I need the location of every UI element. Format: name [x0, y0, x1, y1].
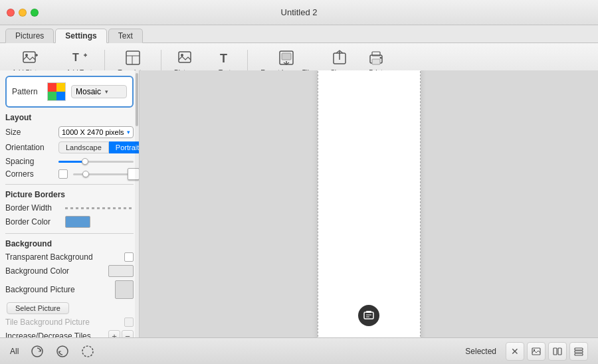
select-picture-row: Select Picture	[5, 302, 134, 314]
print-icon	[366, 48, 386, 68]
layout-title: Layout	[5, 113, 134, 122]
select-picture-button[interactable]: Select Picture	[7, 302, 69, 314]
transparent-bg-checkbox[interactable]	[124, 252, 134, 262]
svg-rect-0	[23, 52, 35, 62]
refresh-icon-3[interactable]	[78, 342, 97, 361]
close-selected-button[interactable]: ✕	[506, 342, 524, 361]
divider-2	[5, 233, 134, 234]
text-icon: T	[215, 48, 235, 68]
refresh-icon-1[interactable]	[28, 342, 47, 361]
pattern-select[interactable]: Mosaic ▾	[71, 85, 127, 98]
picture-borders-title: Picture Borders	[5, 190, 134, 199]
bg-color-row: Background Color	[5, 265, 134, 277]
size-select[interactable]: 1000 X 2470 pixels ▾	[58, 126, 134, 138]
corners-checkbox[interactable]	[58, 169, 68, 179]
share-icon	[330, 48, 349, 68]
canvas-page	[318, 70, 421, 337]
layout-section: Layout Size 1000 X 2470 pixels ▾ Orienta…	[5, 113, 134, 179]
spacing-row: Spacing	[5, 157, 134, 166]
border-width-row: Border Width	[5, 203, 134, 213]
pictures-icon	[176, 48, 196, 68]
increase-button[interactable]: +	[108, 330, 120, 337]
pattern-section: Pattern Mosaic ▾	[5, 76, 134, 108]
svg-rect-22	[364, 312, 373, 319]
bg-color-label: Background Color	[5, 266, 108, 276]
svg-rect-34	[575, 351, 583, 353]
size-arrow: ▾	[127, 129, 130, 136]
tile-bg-checkbox[interactable]	[124, 318, 134, 327]
title-bar: Untitled 2	[0, 0, 598, 25]
add-text-icon: T	[69, 48, 89, 68]
split-selected-button[interactable]	[548, 342, 567, 361]
decrease-button[interactable]: −	[122, 330, 134, 337]
bg-color-swatch[interactable]	[108, 265, 134, 277]
bg-picture-section: Background Picture Select Picture	[5, 280, 134, 314]
sidebar-scrollbar-thumb[interactable]	[136, 73, 138, 126]
transparent-bg-label: Transparent Background	[5, 252, 124, 262]
transparent-bg-row: Transparent Background	[5, 252, 134, 262]
svg-point-28	[82, 346, 93, 357]
all-label: All	[10, 347, 19, 356]
inc-dec-label: Increase/Decrease Tiles	[5, 331, 108, 337]
inc-dec-row: Increase/Decrease Tiles + −	[5, 330, 134, 337]
pattern-label: Pattern	[12, 87, 42, 96]
orientation-label: Orientation	[5, 143, 58, 152]
sidebar: Pattern Mosaic ▾ Layout Size 1000 X 2470…	[0, 70, 140, 337]
svg-rect-35	[575, 353, 583, 355]
size-label: Size	[5, 128, 58, 137]
add-pictures-icon	[21, 48, 41, 68]
bg-picture-label: Background Picture	[5, 285, 115, 294]
background-section: Background Transparent Background Backgr…	[5, 239, 134, 337]
tile-bg-row: Tile Background Picture	[5, 318, 134, 327]
orientation-row: Orientation Landscape Portrait	[5, 141, 134, 153]
bottom-bar: All Selected ✕	[0, 337, 598, 364]
close-button[interactable]	[7, 9, 15, 17]
sidebar-scrollbar-track	[135, 70, 139, 337]
pattern-value: Mosaic	[76, 87, 101, 96]
svg-rect-33	[575, 348, 583, 350]
svg-rect-14	[282, 53, 291, 60]
svg-point-21	[379, 56, 381, 58]
svg-rect-19	[372, 59, 380, 64]
divider-1	[5, 184, 134, 185]
bg-picture-thumb	[115, 280, 134, 299]
refresh-icon-2[interactable]	[53, 342, 72, 361]
selected-label: Selected	[465, 347, 496, 356]
size-value: 1000 X 2470 pixels	[62, 128, 124, 136]
corners-row: Corners	[5, 169, 134, 179]
bg-picture-label-row: Background Picture	[5, 280, 134, 299]
tab-text[interactable]: Text	[108, 29, 143, 43]
background-title: Background	[5, 239, 134, 248]
size-row: Size 1000 X 2470 pixels ▾	[5, 126, 134, 138]
pattern-row: Pattern Mosaic ▾	[12, 82, 127, 101]
spacing-slider[interactable]	[58, 161, 134, 163]
pattern-arrow: ▾	[105, 88, 108, 95]
landscape-button[interactable]: Landscape	[58, 141, 109, 153]
svg-rect-31	[553, 348, 557, 355]
border-width-slider[interactable]	[65, 207, 134, 209]
svg-rect-23	[366, 311, 371, 313]
border-color-swatch[interactable]	[65, 216, 90, 228]
svg-text:T: T	[220, 52, 227, 65]
inc-dec-buttons: + −	[108, 330, 134, 337]
canvas-icon	[358, 305, 379, 326]
canvas-area	[140, 70, 598, 337]
traffic-lights	[7, 9, 39, 17]
tab-settings[interactable]: Settings	[55, 29, 106, 43]
rows-selected-button[interactable]	[569, 342, 588, 361]
export-icon	[276, 48, 296, 68]
border-color-label: Border Color	[5, 217, 65, 227]
pattern-icon	[47, 82, 66, 101]
tab-pictures[interactable]: Pictures	[5, 29, 54, 43]
svg-text:T: T	[72, 52, 79, 63]
selected-icons: ✕	[506, 342, 588, 361]
svg-rect-10	[179, 52, 191, 62]
orientation-buttons: Landscape Portrait	[58, 141, 140, 153]
window-title: Untitled 2	[281, 7, 318, 17]
maximize-button[interactable]	[31, 9, 39, 17]
corners-slider[interactable]	[73, 173, 134, 175]
main-content: Pattern Mosaic ▾ Layout Size 1000 X 2470…	[0, 70, 598, 337]
image-selected-button[interactable]	[527, 342, 546, 361]
minimize-button[interactable]	[19, 9, 27, 17]
corners-label: Corners	[5, 169, 58, 179]
